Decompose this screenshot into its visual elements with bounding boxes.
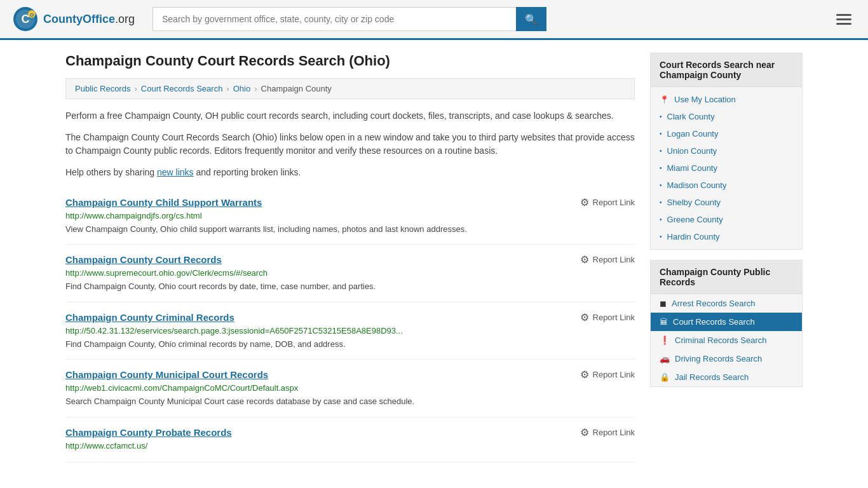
main-content: Champaign County Court Records Search (O… <box>53 40 815 475</box>
nearby-counties-content: 📍 Use My Location •Clark County•Logan Co… <box>651 87 802 249</box>
record-title[interactable]: Champaign County Child Support Warrants <box>65 197 262 208</box>
pr-item-icon: ◼ <box>660 299 667 308</box>
bullet-icon: • <box>660 182 662 189</box>
page-title: Champaign County Court Records Search (O… <box>65 53 635 69</box>
breadcrumb-champaign-county: Champaign County <box>261 84 332 93</box>
breadcrumb-sep-3: › <box>254 84 257 93</box>
report-link-label[interactable]: Report Link <box>593 198 635 207</box>
record-entry: Champaign County Municipal Court Records… <box>65 360 635 417</box>
records-list: Champaign County Child Support Warrants … <box>65 187 635 463</box>
report-link-area[interactable]: ⚙ Report Link <box>580 254 635 266</box>
bullet-icon: • <box>660 113 662 120</box>
public-records-items: ◼Arrest Records Search🏛Court Records Sea… <box>651 294 802 386</box>
record-title[interactable]: Champaign County Probate Records <box>65 427 232 438</box>
bullet-icon: • <box>660 147 662 154</box>
report-link-area[interactable]: ⚙ Report Link <box>580 426 635 438</box>
record-desc: Search Champaign County Municipal Court … <box>65 395 635 408</box>
breadcrumb: Public Records › Court Records Search › … <box>65 78 635 99</box>
nearby-county-item: •Miami County <box>651 159 802 177</box>
nearby-county-item: •Logan County <box>651 125 802 142</box>
search-input[interactable] <box>153 7 516 31</box>
record-header: Champaign County Probate Records ⚙ Repor… <box>65 426 635 438</box>
use-my-location-link[interactable]: Use My Location <box>674 95 736 104</box>
menu-line-2 <box>836 18 851 20</box>
report-icon: ⚙ <box>580 426 589 438</box>
record-entry: Champaign County Court Records ⚙ Report … <box>65 245 635 302</box>
site-header: C O CountyOffice.org 🔍 <box>0 0 868 40</box>
record-url[interactable]: http://www.champaigndjfs.org/cs.html <box>65 211 635 220</box>
nearby-county-item: •Madison County <box>651 177 802 194</box>
record-title[interactable]: Champaign County Municipal Court Records <box>65 369 268 380</box>
menu-line-3 <box>836 23 851 25</box>
record-url[interactable]: http://50.42.31.132/eservices/search.pag… <box>65 326 635 336</box>
svg-text:O: O <box>30 12 34 18</box>
pr-item-link[interactable]: Driving Records Search <box>675 354 762 363</box>
nearby-county-link[interactable]: Miami County <box>667 163 717 173</box>
search-icon: 🔍 <box>525 14 538 25</box>
public-records-item[interactable]: 🔒Jail Records Search <box>651 368 802 386</box>
pr-item-icon: ❗ <box>660 336 670 345</box>
nearby-county-link[interactable]: Union County <box>667 146 717 156</box>
breadcrumb-ohio[interactable]: Ohio <box>233 84 250 93</box>
nearby-county-link[interactable]: Shelby County <box>667 198 721 207</box>
public-records-item[interactable]: 🏛Court Records Search <box>651 313 802 331</box>
pr-item-icon: 🏛 <box>660 317 668 327</box>
record-url[interactable]: http://www.ccfamct.us/ <box>65 441 635 451</box>
bullet-icon: • <box>660 165 662 172</box>
hamburger-menu-button[interactable] <box>832 10 855 29</box>
public-records-item[interactable]: 🚗Driving Records Search <box>651 349 802 368</box>
report-link-label[interactable]: Report Link <box>593 313 635 322</box>
description-para3: Help others by sharing new links and rep… <box>65 166 635 180</box>
record-header: Champaign County Child Support Warrants … <box>65 196 635 208</box>
report-link-area[interactable]: ⚙ Report Link <box>580 196 635 208</box>
record-entry: Champaign County Child Support Warrants … <box>65 187 635 245</box>
nearby-county-item: •Hardin County <box>651 228 802 245</box>
pr-item-link[interactable]: Jail Records Search <box>675 372 749 382</box>
report-link-area[interactable]: ⚙ Report Link <box>580 311 635 323</box>
public-records-item[interactable]: ❗Criminal Records Search <box>651 331 802 349</box>
bullet-icon: • <box>660 216 662 223</box>
new-links-link[interactable]: new links <box>157 167 194 177</box>
search-button[interactable]: 🔍 <box>516 7 546 31</box>
record-desc: Find Champaign County, Ohio court record… <box>65 280 635 293</box>
breadcrumb-sep-2: › <box>226 84 229 93</box>
report-link-label[interactable]: Report Link <box>593 370 635 379</box>
nearby-county-link[interactable]: Logan County <box>667 129 719 139</box>
location-pin-icon: 📍 <box>660 95 669 104</box>
desc-para3-before: Help others by sharing <box>65 167 157 177</box>
use-location-item[interactable]: 📍 Use My Location <box>651 91 802 108</box>
desc-para3-after: and reporting broken links. <box>194 167 301 177</box>
report-icon: ⚙ <box>580 369 589 381</box>
record-url[interactable]: http://web1.civicacmi.com/ChampaignCoMC/… <box>65 383 635 393</box>
report-link-area[interactable]: ⚙ Report Link <box>580 369 635 381</box>
record-header: Champaign County Court Records ⚙ Report … <box>65 254 635 266</box>
breadcrumb-public-records[interactable]: Public Records <box>75 84 130 93</box>
logo-icon: C O <box>13 6 38 32</box>
report-link-label[interactable]: Report Link <box>593 255 635 264</box>
record-desc: Find Champaign County, Ohio criminal rec… <box>65 338 635 351</box>
pr-item-icon: 🚗 <box>660 354 670 363</box>
report-icon: ⚙ <box>580 196 589 208</box>
public-records-item[interactable]: ◼Arrest Records Search <box>651 294 802 313</box>
nearby-county-item: •Clark County <box>651 108 802 125</box>
record-entry: Champaign County Criminal Records ⚙ Repo… <box>65 302 635 360</box>
public-records-title: Champaign County Public Records <box>651 261 802 294</box>
bullet-icon: • <box>660 130 662 137</box>
record-title[interactable]: Champaign County Court Records <box>65 254 222 265</box>
breadcrumb-court-records-search[interactable]: Court Records Search <box>141 84 223 93</box>
record-url[interactable]: http://www.supremecourt.ohio.gov/Clerk/e… <box>65 268 635 278</box>
nearby-county-link[interactable]: Clark County <box>667 112 715 121</box>
description-para1: Perform a free Champaign County, OH publ… <box>65 109 635 123</box>
record-title[interactable]: Champaign County Criminal Records <box>65 312 234 323</box>
record-desc: View Champaign County, Ohio child suppor… <box>65 223 635 236</box>
nearby-counties-title: Court Records Search near Champaign Coun… <box>651 53 802 87</box>
right-column: Court Records Search near Champaign Coun… <box>650 53 803 463</box>
nearby-county-link[interactable]: Greene County <box>667 215 723 224</box>
bullet-icon: • <box>660 199 662 206</box>
report-link-label[interactable]: Report Link <box>593 428 635 437</box>
pr-item-link[interactable]: Criminal Records Search <box>675 336 767 345</box>
pr-item-link[interactable]: Arrest Records Search <box>672 299 756 308</box>
nearby-county-link[interactable]: Madison County <box>667 180 727 190</box>
bullet-icon: • <box>660 233 662 240</box>
nearby-county-link[interactable]: Hardin County <box>667 232 720 241</box>
